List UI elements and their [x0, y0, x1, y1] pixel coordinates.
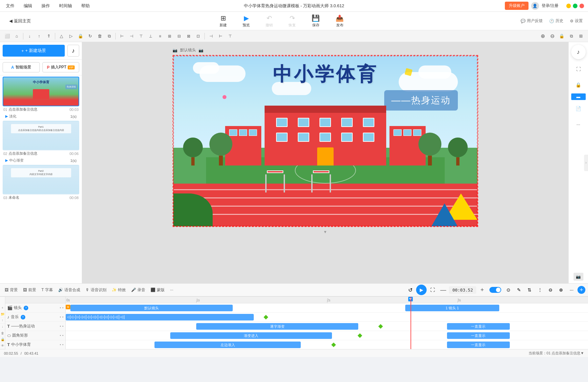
hotbody-dot2[interactable]: • [62, 324, 63, 328]
panel-more-btn[interactable]: ··· [571, 117, 586, 132]
sports-dot2[interactable]: • [62, 343, 63, 346]
dist-v2-btn[interactable]: ⊡ [194, 32, 203, 41]
rect-block-2[interactable]: 一直显示 [447, 332, 510, 339]
record-tool[interactable]: 🎤 录音 [129, 286, 147, 294]
panel-active-btn[interactable]: ▬ [571, 93, 586, 100]
track-row-rect[interactable]: 渐变进入 一直显示 [66, 331, 588, 340]
history-btn[interactable]: 🕐 历史 [549, 18, 563, 24]
lock-btn[interactable]: 🔒 [76, 32, 85, 41]
mask-tool[interactable]: ⬛ 蒙版 [149, 286, 167, 294]
insert-ppt-button[interactable]: P 插入PPT VIP [42, 62, 80, 72]
sports-dot1[interactable]: • [60, 343, 61, 346]
hotbody-block-1[interactable]: 逐字渐变 [196, 323, 358, 330]
move-down-btn[interactable]: ↓ [0, 324, 5, 330]
lock-track-btn[interactable]: 🔒 [0, 336, 5, 343]
fullscreen-right-btn[interactable]: ⛶ [571, 62, 586, 76]
camera-block-2[interactable]: 1 镜头 1 [405, 305, 499, 311]
copy-btn[interactable]: ⧉ [105, 32, 114, 41]
home-tool-btn[interactable]: ⌂ [12, 32, 21, 41]
camera-dot1[interactable]: • [60, 306, 61, 310]
align-top-btn[interactable]: ⊥ [146, 32, 155, 41]
timeline-reset-btn[interactable]: ↺ [406, 285, 415, 294]
folder-btn[interactable]: 📁 [0, 311, 5, 317]
publish-button[interactable]: 📤 发布 [333, 13, 346, 29]
menu-help[interactable]: 帮助 [79, 2, 92, 10]
sports-block-1[interactable]: 左边渐入 [154, 342, 301, 348]
upgrade-button[interactable]: 升级账户 [505, 2, 529, 10]
rect-diamond[interactable] [358, 333, 362, 338]
sort-btn[interactable]: ⋮ [535, 285, 545, 294]
panel-doc-btn[interactable]: 📄 [571, 101, 586, 116]
more-tools[interactable]: ··· [168, 287, 175, 293]
dots-btn[interactable]: ··· [567, 285, 576, 294]
scene-item-3[interactable]: Part2内容文字内容文字内容 03 未命名 00:08 [3, 165, 79, 200]
timeline-zoom-in-btn[interactable]: + [478, 285, 487, 294]
dist-h-btn[interactable]: ⊟ [175, 32, 184, 41]
settings-btn[interactable]: ⚙ 设置 [570, 18, 583, 24]
rotate-btn[interactable]: ↻ [85, 32, 95, 41]
menu-operate[interactable]: 操作 [39, 2, 52, 10]
grid-btn[interactable]: ⊞ [576, 32, 585, 41]
select-tool-btn[interactable]: ⬜ [3, 32, 12, 41]
rect-block-1[interactable]: 渐变进入 [170, 332, 332, 339]
redo-button[interactable]: ↷ 恢复 [286, 13, 298, 29]
track-row-hotbody[interactable]: 逐字渐变 一直显示 [66, 322, 588, 331]
fg-tool[interactable]: 🖼 前景 [21, 286, 38, 294]
delete-btn[interactable]: 🗑 [95, 32, 104, 41]
timeline-fullscreen-btn[interactable]: ⛶ [428, 285, 437, 294]
more-align2-btn[interactable]: ⊢ [216, 32, 225, 41]
timeline-tracks-area[interactable]: 0s 1s 2s 3s V 默认镜头 1 镜头 1 [66, 297, 588, 349]
zoom-out-btn[interactable]: ⊖ [548, 32, 557, 41]
bg-tool[interactable]: 🖼 背景 [3, 286, 20, 294]
copy2-btn[interactable]: ⧉ [567, 32, 576, 41]
main-canvas[interactable]: 中小学体育 ——热身运动 [173, 55, 478, 227]
music-dot2[interactable]: • [62, 315, 63, 319]
add-timeline-btn[interactable]: + [577, 286, 585, 294]
back-home-btn[interactable]: ◀ 返回主页 [5, 17, 35, 25]
win-minimize[interactable] [566, 4, 571, 8]
sports-diamond[interactable] [331, 342, 336, 347]
screenshot-btn[interactable]: 📷 [574, 273, 583, 281]
menu-edit[interactable]: 编辑 [22, 2, 34, 10]
add-track-btn[interactable]: + [0, 305, 5, 311]
lock-right-btn[interactable]: 🔒 [571, 78, 586, 92]
undo-button[interactable]: ↶ 撤销 [263, 13, 275, 29]
flip-h-btn[interactable]: △ [57, 32, 66, 41]
music-note-button[interactable]: ♪ [67, 45, 79, 57]
hotbody-dot1[interactable]: • [60, 324, 61, 328]
align-left-btn[interactable]: ⊢ [117, 32, 127, 41]
flip-v-btn[interactable]: ▷ [66, 32, 76, 41]
align-down-btn[interactable]: ↓ [25, 32, 34, 41]
subtitle-tool[interactable]: T 字幕 [39, 286, 55, 294]
edit-btn[interactable]: ✎ [514, 285, 524, 294]
menu-file[interactable]: 文件 [4, 2, 16, 10]
new-scene-button[interactable]: + + 新建场景 [3, 45, 65, 57]
scene-item-1[interactable]: 中小学体育 热身训练 01 点击添加备注信息 00:03 [3, 77, 79, 112]
track-row-sports[interactable]: 左边渐入 一直显示 [66, 340, 588, 349]
save-button[interactable]: 💾 保存 [309, 13, 322, 29]
timeline-play-btn[interactable]: ▶ [416, 285, 427, 295]
new-button[interactable]: ⊞ 新建 [217, 13, 229, 29]
camera-dot2[interactable]: • [62, 306, 63, 310]
move-up-btn[interactable]: ↑ [0, 318, 5, 324]
more-align-btn[interactable]: ⊣ [206, 32, 216, 41]
align-up-btn[interactable]: ↑ [35, 32, 44, 41]
ai-scene-button[interactable]: A 智能场景 [3, 62, 40, 72]
preview-button[interactable]: ▶ 预览 [240, 13, 252, 29]
menu-timeline[interactable]: 时间轴 [57, 2, 74, 10]
login-button[interactable]: 登录/注册 [542, 3, 558, 9]
feedback-btn[interactable]: 💬 用户反馈 [521, 18, 543, 24]
stt-tool[interactable]: 🎙 语音识别 [83, 286, 108, 294]
music-dot1[interactable]: • [60, 315, 61, 319]
align-bottom-btn[interactable]: ⊞ [165, 32, 174, 41]
rect-dot2[interactable]: • [62, 334, 63, 337]
track-row-camera[interactable]: V 默认镜头 1 镜头 1 [66, 303, 588, 313]
camera-block-1[interactable]: 默认镜头 [70, 305, 233, 311]
right-expand-btn[interactable]: › [584, 155, 588, 171]
eye-btn[interactable]: 👁 [0, 343, 5, 349]
track-row-music[interactable] [66, 313, 588, 322]
more-align3-btn[interactable]: ⊤ [225, 32, 235, 41]
hotbody-diamond[interactable] [378, 324, 383, 328]
hotbody-block-2[interactable]: 一直显示 [447, 323, 510, 330]
sports-block-2[interactable]: 一直显示 [447, 342, 510, 348]
